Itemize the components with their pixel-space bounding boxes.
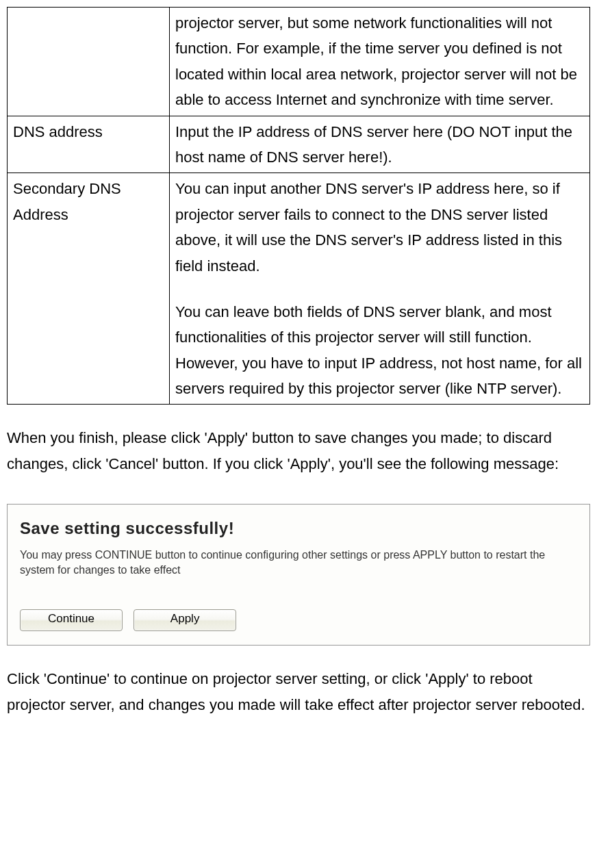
dialog-title: Save setting successfully! [20, 515, 577, 541]
continue-button[interactable]: Continue [20, 609, 123, 631]
config-table: projector server, but some network funct… [7, 7, 590, 405]
save-dialog: Save setting successfully! You may press… [7, 504, 590, 646]
apply-button[interactable]: Apply [134, 609, 236, 631]
table-row: Secondary DNS Address You can input anot… [8, 173, 590, 405]
row-description: projector server, but some network funct… [170, 8, 590, 116]
row-label: Secondary DNS Address [8, 173, 170, 405]
row-label: DNS address [8, 116, 170, 173]
spacer [175, 279, 584, 299]
followup-paragraph: Click 'Continue' to continue on projecto… [7, 666, 590, 717]
dialog-text: You may press CONTINUE button to continu… [20, 548, 577, 578]
row-description: Input the IP address of DNS server here … [170, 116, 590, 173]
row-desc-p2: You can leave both fields of DNS server … [175, 299, 584, 402]
row-label [8, 8, 170, 116]
instruction-paragraph: When you finish, please click 'Apply' bu… [7, 425, 590, 476]
row-desc-p1: You can input another DNS server's IP ad… [175, 176, 584, 279]
table-row: DNS address Input the IP address of DNS … [8, 116, 590, 173]
row-description: You can input another DNS server's IP ad… [170, 173, 590, 405]
table-row: projector server, but some network funct… [8, 8, 590, 116]
